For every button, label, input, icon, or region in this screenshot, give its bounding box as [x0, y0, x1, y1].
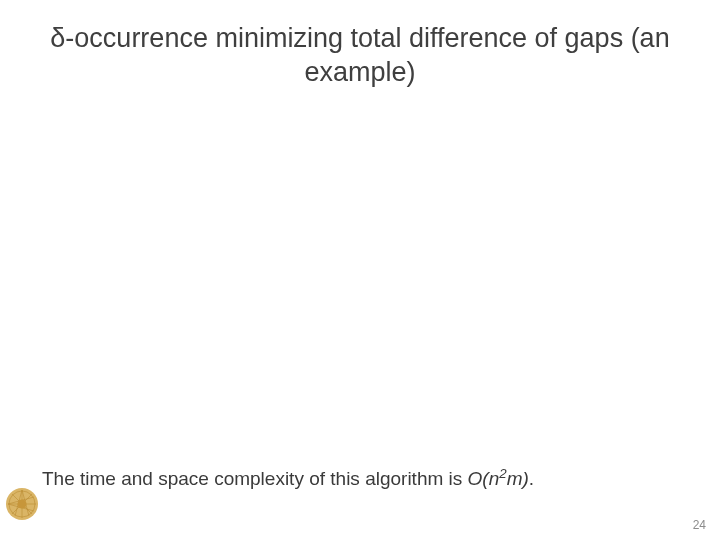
complexity-suffix: . [529, 468, 534, 489]
bigO-open: O(n [468, 468, 500, 489]
bigO-exponent: 2 [499, 466, 506, 481]
university-seal-icon [4, 486, 40, 522]
svg-point-10 [18, 500, 27, 509]
page-number: 24 [693, 518, 706, 532]
complexity-statement: The time and space complexity of this al… [42, 468, 534, 490]
slide-title: δ-occurrence minimizing total difference… [50, 22, 670, 90]
bigO-close: m) [507, 468, 529, 489]
complexity-prefix: The time and space complexity of this al… [42, 468, 468, 489]
slide: δ-occurrence minimizing total difference… [0, 0, 720, 540]
